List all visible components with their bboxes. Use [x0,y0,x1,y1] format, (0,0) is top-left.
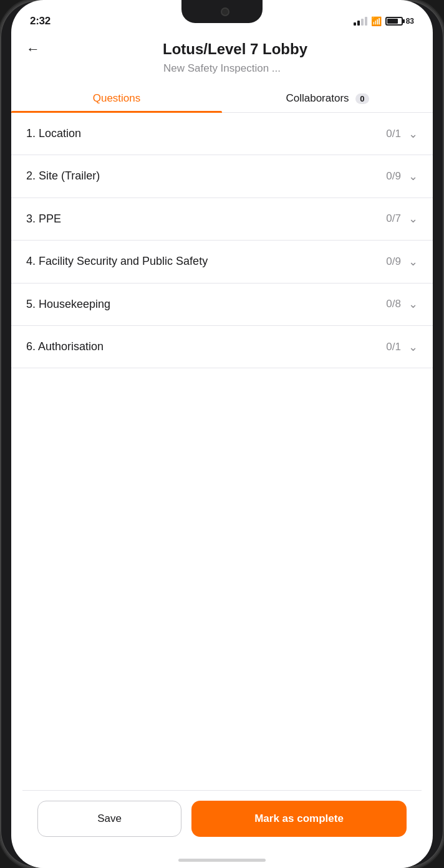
section-count-3: 0/7 [386,212,401,225]
status-bar: 2:32 📶 83 [11,0,433,34]
section-title-4: 4. Facility Security and Public Safety [26,254,386,269]
header-title-row: ← Lotus/Level 7 Lobby [24,39,420,60]
signal-icon [354,17,367,26]
header: ← Lotus/Level 7 Lobby New Safety Inspect… [11,34,433,85]
battery-icon: 83 [385,17,414,26]
notch [181,0,263,23]
section-title-2: 2. Site (Trailer) [26,169,386,183]
save-button[interactable]: Save [37,801,181,837]
page-title: Lotus/Level 7 Lobby [50,41,420,58]
tabs: Questions Collaborators 0 [11,85,433,113]
section-count-6: 0/1 [386,341,401,353]
page-subtitle: New Safety Inspection ... [24,62,420,75]
section-count-2: 0/9 [386,170,401,183]
status-time: 2:32 [30,15,51,27]
chevron-icon-4: ⌄ [408,255,418,269]
home-indicator [178,859,266,862]
section-title-6: 6. Authorisation [26,340,386,354]
section-count-5: 0/8 [386,298,401,310]
chevron-icon-2: ⌄ [408,169,418,183]
wifi-icon: 📶 [371,16,382,26]
section-title-1: 1. Location [26,126,386,141]
section-row-3[interactable]: 3. PPE 0/7 ⌄ [11,198,433,241]
content-area: 1. Location 0/1 ⌄ 2. Site (Trailer) 0/9 … [11,113,433,868]
section-count-1: 0/1 [386,128,401,140]
phone-frame: 2:32 📶 83 [0,0,444,868]
collaborators-badge: 0 [355,93,369,104]
section-count-4: 0/9 [386,255,401,268]
chevron-icon-3: ⌄ [408,212,418,226]
bottom-bar: Save Mark as complete [22,790,422,868]
section-row-4[interactable]: 4. Facility Security and Public Safety 0… [11,241,433,283]
phone-screen: 2:32 📶 83 [11,0,433,868]
section-row-5[interactable]: 5. Housekeeping 0/8 ⌄ [11,284,433,326]
battery-level: 83 [406,17,414,26]
tab-questions[interactable]: Questions [11,85,222,112]
section-row-1[interactable]: 1. Location 0/1 ⌄ [11,113,433,155]
chevron-icon-1: ⌄ [408,127,418,141]
back-button[interactable]: ← [24,39,42,60]
mark-complete-button[interactable]: Mark as complete [191,801,407,837]
camera [221,7,229,16]
section-title-5: 5. Housekeeping [26,297,386,312]
tab-collaborators[interactable]: Collaborators 0 [222,85,433,112]
section-row-2[interactable]: 2. Site (Trailer) 0/9 ⌄ [11,155,433,198]
section-title-3: 3. PPE [26,212,386,226]
status-icons: 📶 83 [354,16,414,26]
section-row-6[interactable]: 6. Authorisation 0/1 ⌄ [11,326,433,368]
chevron-icon-5: ⌄ [408,297,418,311]
chevron-icon-6: ⌄ [408,340,418,354]
